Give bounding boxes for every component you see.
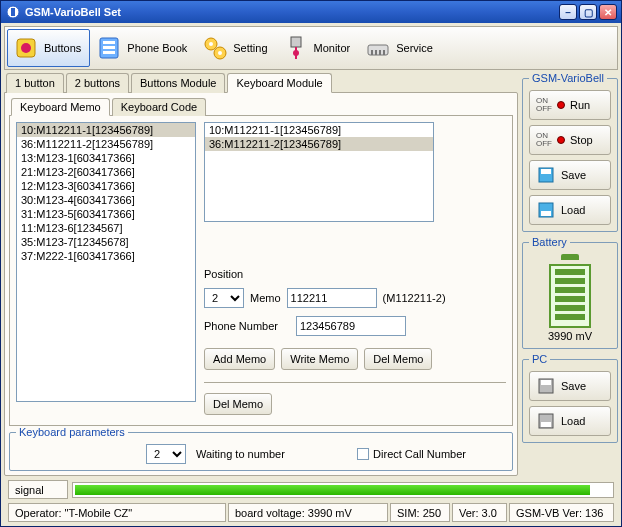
tool-monitor[interactable]: Monitor: [277, 29, 360, 67]
list-item[interactable]: 12:M123-3[603417366]: [17, 179, 195, 193]
list-item[interactable]: 31:M123-5[603417366]: [17, 207, 195, 221]
list-item[interactable]: 30:M123-4[603417366]: [17, 193, 195, 207]
titlebar: GSM-VarioBell Set – ▢ ✕: [1, 1, 621, 23]
list-item[interactable]: 37:M222-1[603417366]: [17, 249, 195, 263]
signal-bar-row: signal: [4, 478, 618, 501]
tab-buttons-module[interactable]: Buttons Module: [131, 73, 225, 93]
tab-keyboard-memo[interactable]: Keyboard Memo: [11, 98, 110, 116]
memo-label: Memo: [250, 292, 281, 304]
svg-rect-27: [541, 422, 551, 427]
keyboard-module-panel: Keyboard Memo Keyboard Code 10:M112211-1…: [4, 92, 518, 476]
signal-label: signal: [8, 480, 68, 499]
waiting-label: Waiting to number: [196, 448, 285, 460]
main-toolbar: Buttons Phone Book Setting: [4, 26, 618, 70]
battery-icon: [529, 254, 611, 328]
tool-label: Buttons: [44, 42, 81, 54]
save-icon: [536, 376, 556, 396]
load-label: Load: [561, 204, 585, 216]
pc-load-button[interactable]: Load: [529, 406, 611, 436]
svg-point-11: [218, 51, 222, 55]
pc-legend: PC: [529, 353, 550, 365]
stop-button[interactable]: ONOFF Stop: [529, 125, 611, 155]
service-icon: [364, 34, 392, 62]
svg-point-3: [21, 43, 31, 53]
battery-group: Battery 3990 mV: [522, 236, 618, 349]
list-item[interactable]: 36:M112211-2[123456789]: [17, 137, 195, 151]
pc-save-button[interactable]: Save: [529, 371, 611, 401]
pc-group: PC Save Load: [522, 353, 618, 443]
checkbox-icon: [357, 448, 369, 460]
tool-phonebook[interactable]: Phone Book: [90, 29, 196, 67]
status-operator: Operator: "T-Mobile CZ": [8, 503, 226, 522]
tool-label: Phone Book: [127, 42, 187, 54]
direct-call-checkbox[interactable]: Direct Call Number: [357, 448, 466, 460]
minimize-button[interactable]: –: [559, 4, 577, 20]
list-item[interactable]: 10:M112211-1[123456789]: [205, 123, 433, 137]
waiting-select[interactable]: 2: [146, 444, 186, 464]
svg-point-10: [209, 42, 213, 46]
maximize-button[interactable]: ▢: [579, 4, 597, 20]
stop-label: Stop: [570, 134, 593, 146]
write-memo-button[interactable]: Write Memo: [281, 348, 358, 370]
selected-memo-list[interactable]: 10:M112211-1[123456789] 36:M112211-2[123…: [204, 122, 434, 222]
keyboard-memo-panel: 10:M112211-1[123456789] 36:M112211-2[123…: [9, 115, 513, 426]
position-label: Position: [204, 268, 254, 280]
keyboard-parameters-group: Keyboard parameters 2 Waiting to number …: [9, 426, 513, 471]
phone-label: Phone Number: [204, 320, 290, 332]
list-item[interactable]: 11:M123-6[1234567]: [17, 221, 195, 235]
run-button[interactable]: ONOFF Run: [529, 90, 611, 120]
add-memo-button[interactable]: Add Memo: [204, 348, 275, 370]
tool-setting[interactable]: Setting: [196, 29, 276, 67]
list-item[interactable]: 10:M112211-1[123456789]: [17, 123, 195, 137]
position-select[interactable]: 2: [204, 288, 244, 308]
status-gsm-ver: GSM-VB Ver: 136: [509, 503, 614, 522]
svg-point-14: [293, 50, 299, 56]
svg-rect-7: [103, 51, 115, 54]
phonebook-icon: [95, 34, 123, 62]
list-item[interactable]: 21:M123-2[603417366]: [17, 165, 195, 179]
battery-legend: Battery: [529, 236, 570, 248]
memo-code-label: (M112211-2): [383, 292, 446, 304]
close-button[interactable]: ✕: [599, 4, 617, 20]
svg-rect-5: [103, 41, 115, 44]
tool-buttons[interactable]: Buttons: [7, 29, 90, 67]
memo-list[interactable]: 10:M112211-1[123456789] 36:M112211-2[123…: [16, 122, 196, 402]
run-label: Run: [570, 99, 590, 111]
svg-rect-12: [291, 37, 301, 47]
setting-icon: [201, 34, 229, 62]
svg-rect-21: [541, 169, 551, 174]
onoff-icon: ONOFF: [536, 132, 552, 148]
gsm-group-legend: GSM-VarioBell: [529, 72, 607, 84]
tab-keyboard-module[interactable]: Keyboard Module: [227, 73, 331, 93]
phone-input[interactable]: [296, 316, 406, 336]
svg-rect-16: [371, 50, 373, 55]
battery-value: 3990 mV: [529, 330, 611, 342]
load-icon: [536, 200, 556, 220]
led-icon: [557, 136, 565, 144]
tab-2buttons[interactable]: 2 buttons: [66, 73, 129, 93]
load-icon: [536, 411, 556, 431]
save-label: Save: [561, 380, 586, 392]
list-item[interactable]: 36:M112211-2[123456789]: [205, 137, 433, 151]
del-memo-button[interactable]: Del Memo: [364, 348, 432, 370]
tool-label: Setting: [233, 42, 267, 54]
status-voltage: board voltage: 3990 mV: [228, 503, 388, 522]
svg-rect-17: [375, 50, 377, 55]
window-title: GSM-VarioBell Set: [25, 6, 121, 18]
svg-rect-25: [541, 380, 551, 385]
gsm-save-button[interactable]: Save: [529, 160, 611, 190]
list-item[interactable]: 13:M123-1[603417366]: [17, 151, 195, 165]
list-item[interactable]: 35:M123-7[12345678]: [17, 235, 195, 249]
gsm-load-button[interactable]: Load: [529, 195, 611, 225]
tab-1button[interactable]: 1 button: [6, 73, 64, 93]
svg-rect-23: [541, 211, 551, 216]
signal-meter: [72, 482, 614, 498]
status-sim: SIM: 250: [390, 503, 450, 522]
tool-service[interactable]: Service: [359, 29, 442, 67]
tool-label: Service: [396, 42, 433, 54]
del-memo-button-2[interactable]: Del Memo: [204, 393, 272, 415]
direct-call-label: Direct Call Number: [373, 448, 466, 460]
status-ver: Ver: 3.0: [452, 503, 507, 522]
tab-keyboard-code[interactable]: Keyboard Code: [112, 98, 206, 116]
memo-input[interactable]: [287, 288, 377, 308]
